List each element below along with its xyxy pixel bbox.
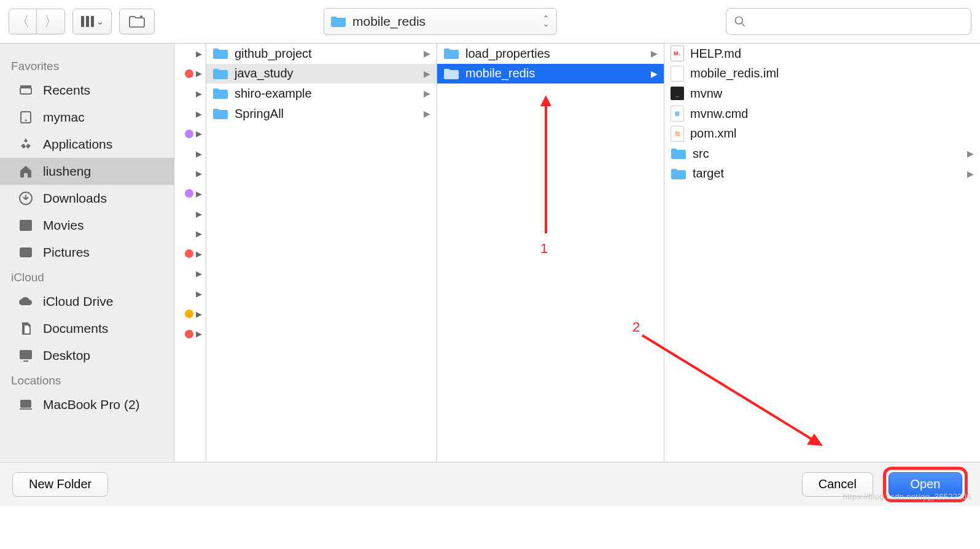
- chevron-right-icon: ▶: [196, 129, 202, 138]
- list-item[interactable]: mobile_redis.iml: [664, 64, 980, 84]
- tag-row[interactable]: ▶: [174, 84, 206, 104]
- tag-row[interactable]: ▶: [174, 204, 206, 224]
- list-item[interactable]: _mvnw: [664, 84, 980, 104]
- tag-row[interactable]: ▶: [174, 64, 206, 84]
- tag-row[interactable]: ▶: [174, 104, 206, 124]
- footer: New Folder Cancel Open: [0, 462, 980, 506]
- view-mode-button[interactable]: ⌄: [72, 9, 112, 34]
- chevron-right-icon: ▶: [196, 169, 202, 178]
- chevron-right-icon: ▶: [196, 229, 202, 238]
- sidebar-item-label: Applications: [43, 137, 112, 152]
- folder-icon: [330, 15, 346, 28]
- folder-icon: [212, 68, 228, 80]
- movies-icon: [17, 218, 34, 233]
- tag-row[interactable]: ▶: [174, 164, 206, 184]
- sidebar-item-macbook-pro-2-[interactable]: MacBook Pro (2): [0, 391, 174, 418]
- sidebar-item-movies[interactable]: Movies: [0, 212, 174, 239]
- file-icon: ⊞: [671, 106, 684, 122]
- list-item[interactable]: shiro-example▶: [206, 84, 437, 104]
- folder-icon: [212, 87, 228, 99]
- path-selector[interactable]: mobile_redis ⌃⌄: [324, 8, 557, 35]
- sidebar-section-header: iCloud: [0, 266, 174, 288]
- list-item[interactable]: ≋pom.xml: [664, 123, 980, 144]
- tag-row[interactable]: ▶: [174, 224, 206, 244]
- list-item[interactable]: M↓HELP.md: [664, 44, 980, 64]
- desktop-icon: [17, 348, 34, 363]
- list-item[interactable]: target▶: [664, 164, 980, 184]
- sidebar-item-icloud-drive[interactable]: iCloud Drive: [0, 288, 174, 315]
- chevron-left-icon: 〈: [16, 12, 29, 31]
- sidebar-item-desktop[interactable]: Desktop: [0, 342, 174, 369]
- chevron-right-icon: ▶: [196, 109, 202, 119]
- new-folder-button[interactable]: New Folder: [12, 472, 108, 497]
- chevron-right-icon: 〉: [44, 12, 58, 31]
- svg-rect-12: [20, 351, 31, 359]
- tag-row[interactable]: ▶: [174, 184, 206, 204]
- list-item[interactable]: SpringAll▶: [206, 104, 437, 124]
- file-icon: ≋: [671, 126, 684, 142]
- tag-dot-icon: [185, 189, 193, 198]
- list-item[interactable]: load_properties▶: [437, 44, 664, 64]
- tag-row[interactable]: ▶: [174, 324, 206, 344]
- list-item[interactable]: ⊞mvnw.cmd: [664, 104, 980, 124]
- columns-icon: [81, 16, 94, 27]
- tag-row[interactable]: ▶: [174, 123, 206, 144]
- tag-row[interactable]: ▶: [174, 44, 206, 64]
- tag-row[interactable]: ▶: [174, 284, 206, 304]
- folder-icon: [671, 147, 686, 160]
- sidebar-item-downloads[interactable]: Downloads: [0, 185, 174, 212]
- file-icon: M↓: [671, 45, 684, 61]
- sidebar-item-liusheng[interactable]: liusheng: [0, 158, 174, 185]
- chevron-right-icon: ▶: [967, 169, 974, 179]
- tag-row[interactable]: ▶: [174, 304, 206, 324]
- file-icon: [671, 66, 684, 82]
- list-item[interactable]: src▶: [664, 144, 980, 164]
- item-label: target: [693, 166, 724, 181]
- sidebar-item-applications[interactable]: Applications: [0, 131, 174, 158]
- sidebar-item-label: liusheng: [43, 164, 91, 179]
- chevron-down-icon: ⌄: [96, 17, 104, 26]
- tags-column: ▶▶▶▶▶▶▶▶▶▶▶▶▶▶▶: [174, 44, 206, 461]
- chevron-right-icon: ▶: [651, 69, 658, 79]
- group-by-button[interactable]: [119, 9, 155, 34]
- item-label: mobile_redis: [465, 66, 535, 80]
- forward-button[interactable]: 〉: [37, 9, 65, 34]
- sidebar-item-recents[interactable]: Recents: [0, 77, 174, 104]
- chevron-right-icon: ▶: [424, 88, 430, 98]
- item-label: java_study: [235, 66, 294, 80]
- svg-point-11: [23, 250, 28, 255]
- chevron-right-icon: ▶: [196, 49, 202, 58]
- chevron-right-icon: ▶: [196, 249, 202, 259]
- pictures-icon: [17, 245, 34, 260]
- documents-icon: [17, 321, 34, 336]
- chevron-right-icon: ▶: [196, 89, 202, 98]
- item-label: mvnw.cmd: [690, 107, 748, 121]
- item-label: load_properties: [465, 47, 550, 61]
- back-button[interactable]: 〈: [9, 9, 37, 34]
- watermark: https://blog.csdn.net/qq_36522306: [843, 492, 971, 501]
- path-title: mobile_redis: [352, 14, 537, 29]
- list-item[interactable]: java_study▶: [206, 64, 437, 84]
- sidebar-item-label: MacBook Pro (2): [43, 397, 140, 412]
- sidebar-item-label: Pictures: [43, 245, 90, 260]
- sidebar-item-mymac[interactable]: mymac: [0, 104, 174, 131]
- chevron-right-icon: ▶: [424, 109, 430, 119]
- tag-row[interactable]: ▶: [174, 144, 206, 164]
- apps-icon: [17, 137, 34, 152]
- chevron-right-icon: ▶: [424, 69, 430, 79]
- list-item[interactable]: mobile_redis▶: [437, 64, 664, 84]
- svg-rect-7: [20, 220, 31, 230]
- tag-dot-icon: [185, 249, 193, 258]
- list-item[interactable]: github_project▶: [206, 44, 437, 64]
- sidebar-item-label: Recents: [43, 83, 90, 98]
- tag-dot-icon: [185, 330, 193, 338]
- column-2: load_properties▶mobile_redis▶: [437, 44, 664, 461]
- folder-icon: [443, 68, 459, 80]
- tag-row[interactable]: ▶: [174, 244, 206, 264]
- tag-row[interactable]: ▶: [174, 264, 206, 284]
- search-input[interactable]: [751, 15, 963, 29]
- chevron-right-icon: ▶: [196, 310, 202, 319]
- sidebar-item-pictures[interactable]: Pictures: [0, 239, 174, 266]
- sidebar-item-documents[interactable]: Documents: [0, 315, 174, 342]
- search-field[interactable]: [726, 8, 971, 35]
